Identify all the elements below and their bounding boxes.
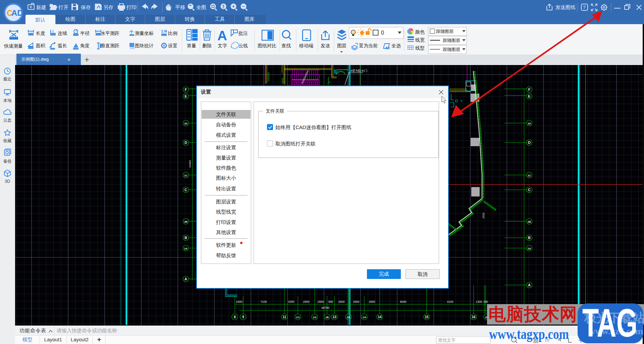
- svg-text:弧长: 弧长: [58, 43, 67, 48]
- svg-text:2900: 2900: [318, 300, 324, 303]
- svg-text:A: A: [184, 277, 187, 281]
- svg-text:设置: 设置: [168, 43, 177, 48]
- svg-text:800: 800: [328, 300, 333, 303]
- svg-text:2900: 2900: [338, 300, 345, 303]
- svg-text:快速测量: 快速测量: [4, 43, 23, 49]
- svg-text:13: 13: [332, 315, 336, 319]
- svg-text:F: F: [185, 88, 187, 92]
- svg-text:8: 8: [234, 315, 236, 319]
- svg-text:300: 300: [483, 300, 488, 303]
- svg-text:删除: 删除: [202, 43, 212, 48]
- svg-text:云线: 云线: [238, 43, 248, 48]
- svg-text:4100: 4100: [447, 300, 453, 303]
- svg-text:1C: 1C: [184, 174, 187, 177]
- svg-text:批注: 批注: [238, 31, 248, 36]
- svg-text:线宽: 线宽: [415, 37, 425, 43]
- svg-text:F: F: [528, 88, 531, 92]
- svg-text:打开: 打开: [58, 4, 68, 10]
- svg-text:2900: 2900: [303, 300, 310, 303]
- svg-text:A: A: [217, 28, 227, 43]
- svg-text:B: B: [528, 236, 531, 240]
- svg-text:最近: 最近: [3, 77, 12, 81]
- svg-text:连续: 连续: [58, 31, 67, 36]
- svg-text:?: ?: [583, 5, 586, 10]
- svg-text:3300: 3300: [288, 300, 294, 303]
- svg-text:1:N: 1:N: [161, 29, 167, 33]
- svg-text:图块统计: 图块统计: [135, 43, 154, 48]
- svg-text:1300: 1300: [476, 300, 482, 303]
- svg-text:垂直测距: 垂直测距: [101, 43, 119, 48]
- svg-text:D: D: [184, 140, 187, 145]
- svg-text:颜色: 颜色: [415, 29, 425, 35]
- svg-text:1/1: 1/1: [296, 316, 300, 319]
- svg-text:平移: 平移: [175, 4, 185, 10]
- svg-text:本地: 本地: [3, 98, 12, 103]
- svg-text:保存: 保存: [80, 4, 91, 10]
- svg-text:水平测距: 水平测距: [101, 31, 119, 36]
- svg-text:1/2: 1/2: [313, 316, 317, 319]
- svg-text:线型: 线型: [415, 45, 425, 51]
- svg-text:8000: 8000: [400, 300, 407, 303]
- svg-text:面积: 面积: [36, 43, 46, 48]
- svg-text:查找: 查找: [281, 43, 291, 48]
- svg-text:9: 9: [242, 315, 244, 319]
- svg-text:图纸对比: 图纸对比: [258, 43, 276, 48]
- svg-text:14: 14: [378, 315, 382, 319]
- svg-text:AD: AD: [11, 8, 23, 17]
- svg-text:云盘: 云盘: [3, 118, 12, 123]
- svg-text:123: 123: [130, 47, 135, 50]
- svg-text:2B: 2B: [528, 220, 531, 223]
- svg-text:比例: 比例: [168, 31, 177, 36]
- svg-text:2B: 2B: [184, 220, 187, 223]
- svg-text:发送: 发送: [321, 43, 330, 48]
- svg-text:图层: 图层: [337, 43, 346, 48]
- svg-text:1B: 1B: [325, 316, 329, 319]
- svg-text:1/4: 1/4: [362, 316, 366, 319]
- svg-text:E: E: [184, 94, 187, 98]
- svg-text:文字: 文字: [218, 43, 227, 48]
- svg-text:1500: 1500: [236, 300, 243, 303]
- svg-text:D: D: [528, 140, 531, 145]
- svg-text:置为当前: 置为当前: [359, 43, 378, 48]
- svg-text:11: 11: [283, 315, 286, 319]
- svg-text:全选: 全选: [391, 43, 401, 48]
- svg-text:2A: 2A: [528, 247, 531, 250]
- svg-text:1D: 1D: [184, 122, 187, 125]
- svg-text:跟随图层: 跟随图层: [443, 38, 460, 43]
- svg-text:4层为防火门: 4层为防火门: [351, 69, 367, 72]
- svg-text:1/3: 1/3: [346, 316, 351, 319]
- svg-text:另存: 另存: [103, 4, 113, 10]
- svg-text:角度: 角度: [80, 43, 90, 48]
- svg-text:2550: 2550: [482, 213, 485, 219]
- svg-text:长度: 长度: [36, 31, 45, 36]
- svg-text:2900: 2900: [369, 300, 375, 303]
- svg-text:E: E: [528, 94, 530, 98]
- svg-text:2900: 2900: [353, 300, 360, 303]
- svg-text:16: 16: [472, 315, 476, 319]
- svg-text:45700: 45700: [321, 306, 329, 309]
- svg-text:A: A: [528, 283, 531, 287]
- svg-text:All: All: [385, 46, 390, 50]
- svg-text:B: B: [184, 236, 187, 240]
- svg-text:全图: 全图: [196, 4, 206, 10]
- svg-text:3D: 3D: [5, 179, 10, 184]
- svg-text:TAG: TAG: [582, 303, 638, 343]
- svg-text:1C: 1C: [528, 174, 531, 177]
- svg-text:24400: 24400: [189, 160, 192, 168]
- svg-text:跟随图层: 跟随图层: [436, 29, 453, 34]
- svg-text:测量坐标: 测量坐标: [135, 31, 154, 36]
- svg-text:新建: 新建: [36, 4, 46, 10]
- svg-text:2A: 2A: [184, 247, 187, 250]
- svg-text:7100: 7100: [261, 300, 267, 303]
- svg-text:跟随图层: 跟随图层: [443, 47, 460, 52]
- svg-text:C: C: [184, 188, 187, 192]
- svg-text:C: C: [528, 188, 531, 192]
- svg-text:半径: 半径: [80, 31, 90, 36]
- svg-text:1D: 1D: [528, 122, 531, 125]
- svg-text:发送图纸: 发送图纸: [555, 4, 576, 10]
- svg-text:15: 15: [425, 315, 429, 319]
- svg-text:移动端: 移动端: [299, 43, 313, 48]
- svg-text:收藏: 收藏: [3, 138, 12, 143]
- svg-text:0: 0: [381, 30, 384, 36]
- svg-text:备份: 备份: [3, 159, 12, 164]
